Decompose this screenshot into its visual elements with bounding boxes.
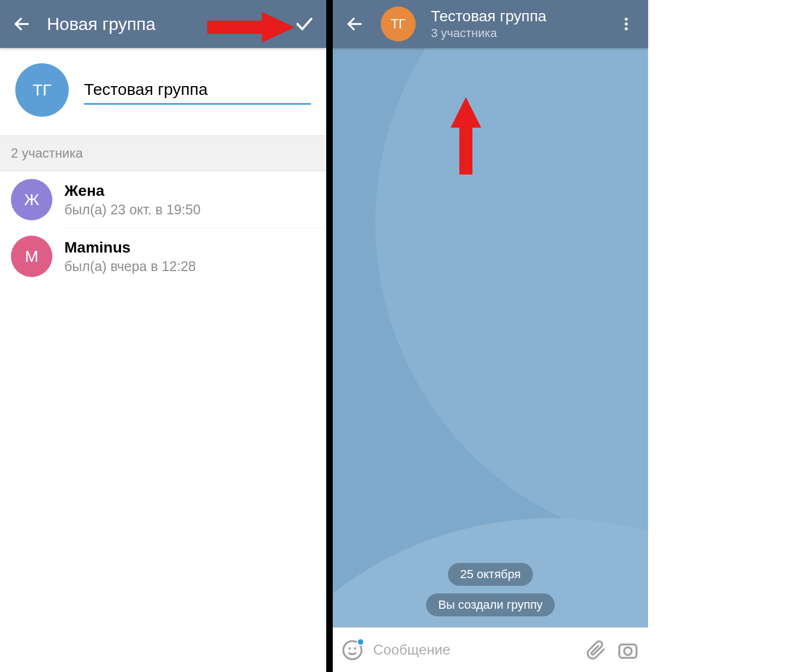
member-row[interactable]: ЖЖенабыл(а) 23 окт. в 19:50 [0, 171, 326, 228]
system-message: Вы создали группу [426, 593, 555, 616]
chat-screen: ТГ Тестовая группа 3 участника 25 октябр… [333, 0, 648, 672]
blank-area [648, 0, 791, 672]
back-button[interactable] [343, 12, 367, 36]
avatar-initials: ТГ [391, 16, 406, 32]
arrow-left-icon [13, 15, 31, 33]
message-input-bar [333, 627, 648, 672]
svg-marker-7 [451, 97, 481, 128]
toolbar-right: ТГ Тестовая группа 3 участника [333, 0, 648, 48]
group-name-panel: ТГ [0, 48, 326, 135]
paperclip-icon [585, 639, 607, 661]
camera-icon [616, 639, 639, 662]
svg-point-11 [354, 647, 356, 649]
chat-background[interactable]: 25 октября Вы создали группу [333, 48, 648, 627]
svg-point-4 [625, 18, 628, 21]
check-icon [294, 14, 315, 34]
arrow-annotation-right-icon [207, 10, 295, 45]
arrow-annotation-up-icon [448, 97, 483, 179]
group-name-input[interactable] [84, 76, 311, 105]
screens-divider [326, 0, 333, 672]
back-button[interactable] [10, 12, 34, 36]
member-name: Maminus [64, 239, 196, 256]
message-input[interactable] [373, 641, 575, 658]
more-menu-button[interactable] [614, 12, 638, 36]
members-count-header: 2 участника [0, 135, 326, 171]
chat-avatar[interactable]: ТГ [381, 7, 416, 41]
svg-point-10 [349, 647, 351, 649]
chat-subtitle: 3 участника [431, 26, 601, 40]
member-info: Maminusбыл(а) вчера в 12:28 [64, 239, 196, 274]
notification-dot [357, 638, 364, 646]
svg-rect-1 [207, 21, 262, 34]
camera-button[interactable] [616, 639, 639, 662]
member-status: был(а) вчера в 12:28 [64, 259, 196, 274]
svg-rect-8 [459, 128, 472, 175]
more-vertical-icon [618, 16, 634, 32]
member-avatar: Ж [11, 179, 52, 220]
member-row[interactable]: MMaminusбыл(а) вчера в 12:28 [0, 228, 326, 285]
svg-point-6 [625, 27, 628, 31]
system-messages: 25 октября Вы создали группу [333, 563, 648, 616]
date-badge: 25 октября [448, 563, 532, 586]
new-group-screen: Новая группа ТГ 2 участника ЖЖенабыл(а) … [0, 0, 326, 672]
bg-decor [375, 48, 648, 550]
member-status: был(а) 23 окт. в 19:50 [64, 202, 201, 218]
group-avatar[interactable]: ТГ [15, 63, 69, 117]
chat-title: Тестовая группа [431, 8, 601, 25]
svg-point-13 [624, 647, 632, 655]
group-name-field-wrap [84, 76, 311, 105]
attach-button[interactable] [585, 639, 607, 661]
avatar-initials: ТГ [33, 81, 52, 99]
svg-point-5 [625, 22, 628, 26]
confirm-button[interactable] [292, 12, 316, 36]
member-avatar: M [11, 236, 52, 277]
svg-marker-2 [262, 12, 295, 43]
member-info: Женабыл(а) 23 окт. в 19:50 [64, 182, 201, 218]
chat-header-texts[interactable]: Тестовая группа 3 участника [431, 8, 601, 40]
emoji-button[interactable] [341, 639, 363, 661]
arrow-left-icon [345, 15, 364, 33]
member-name: Жена [64, 182, 201, 200]
member-list: ЖЖенабыл(а) 23 окт. в 19:50MMaminusбыл(а… [0, 171, 326, 285]
